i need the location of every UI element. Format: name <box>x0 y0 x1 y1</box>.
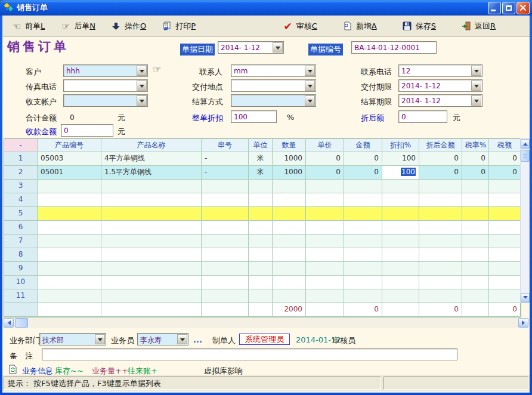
grid-cell-num[interactable]: 9 <box>4 262 38 276</box>
settle-method-select[interactable] <box>231 94 316 107</box>
grid-cell-discount[interactable] <box>382 262 419 276</box>
grid-cell-amount[interactable] <box>344 180 382 193</box>
grid-cell-tax_rate[interactable] <box>462 289 489 303</box>
grid-cell-disc_amount[interactable] <box>419 180 462 193</box>
grid-cell-code[interactable] <box>38 289 101 303</box>
grid-cell-serial[interactable]: - <box>202 166 249 180</box>
grid-cell-amount[interactable] <box>344 262 382 276</box>
contact-select[interactable]: mm <box>231 64 316 77</box>
table-row[interactable]: 7 <box>4 234 521 248</box>
grid-cell-qty[interactable] <box>273 289 306 303</box>
table-row[interactable]: 4 <box>4 193 521 207</box>
grid-cell-name[interactable] <box>101 207 202 221</box>
grid-cell-code[interactable] <box>38 193 101 207</box>
grid-cell-price[interactable]: 0 <box>306 166 344 180</box>
grid-cell-unit[interactable] <box>249 248 273 262</box>
grid-cell-disc_amount[interactable] <box>419 207 462 221</box>
grid-cell-discount[interactable] <box>382 276 419 289</box>
table-row[interactable]: 3 <box>4 180 521 193</box>
grid-cell-num[interactable]: 7 <box>4 234 38 248</box>
grid-cell-serial[interactable] <box>202 221 249 234</box>
discounted-input[interactable]: 0 <box>398 110 447 123</box>
grid-cell-unit[interactable] <box>249 276 273 289</box>
grid-cell-price[interactable] <box>306 193 344 207</box>
scroll-right-button[interactable] <box>518 318 528 328</box>
grid-cell-num[interactable]: 11 <box>4 289 38 303</box>
doc-date-select[interactable]: 2014- 1-12 <box>218 41 284 54</box>
grid-cell-tax[interactable] <box>489 207 521 221</box>
grid-cell-qty[interactable] <box>273 276 306 289</box>
grid-cell-num[interactable]: 8 <box>4 248 38 262</box>
grid-cell-unit[interactable]: 米 <box>249 166 273 180</box>
grid-cell-name[interactable] <box>101 234 202 248</box>
grid-cell-disc_amount[interactable] <box>419 248 462 262</box>
phone-select[interactable]: 12 <box>398 64 482 77</box>
settle-term-select[interactable]: 2014- 1-12 <box>398 94 482 107</box>
table-row[interactable]: 5 <box>4 207 521 221</box>
delivery-term-select[interactable]: 2014- 1-12 <box>398 79 482 92</box>
grid-cell-code[interactable] <box>38 276 101 289</box>
scroll-left-button[interactable] <box>4 318 14 328</box>
grid-cell-tax[interactable]: 0 <box>489 152 521 166</box>
return-button[interactable]: 返回R <box>458 19 499 33</box>
table-row[interactable]: 2050011.5平方单铜线-米100000100000 <box>4 166 521 180</box>
grid-cell-amount[interactable] <box>344 248 382 262</box>
title-bar[interactable]: 销售订单 <box>0 0 532 16</box>
table-row[interactable]: 8 <box>4 248 521 262</box>
grid-cell-disc_amount[interactable] <box>419 262 462 276</box>
grid-cell-amount[interactable] <box>344 207 382 221</box>
grid-cell-discount[interactable]: 100 <box>382 166 419 180</box>
grid-cell-unit[interactable] <box>249 221 273 234</box>
grid-cell-discount[interactable] <box>382 289 419 303</box>
grid-cell-unit[interactable] <box>249 207 273 221</box>
grid-cell-qty[interactable] <box>273 221 306 234</box>
account-select[interactable] <box>63 94 148 107</box>
grid-cell-code[interactable] <box>38 248 101 262</box>
grid-cell-tax[interactable]: 0 <box>489 166 521 180</box>
table-row[interactable]: 10 <box>4 276 521 289</box>
grid-cell-price[interactable]: 0 <box>306 152 344 166</box>
dropdown-arrow-icon[interactable] <box>177 334 187 344</box>
grid-cell-serial[interactable] <box>202 262 249 276</box>
grid-cell-code[interactable] <box>38 234 101 248</box>
grid-cell-unit[interactable] <box>249 193 273 207</box>
grid-cell-disc_amount[interactable]: 0 <box>419 166 462 180</box>
grid-cell-price[interactable] <box>306 248 344 262</box>
grid-cell-amount[interactable] <box>344 221 382 234</box>
grid-cell-amount[interactable] <box>344 193 382 207</box>
grid-cell-tax_rate[interactable] <box>462 262 489 276</box>
grid-cell-num[interactable]: 5 <box>4 207 38 221</box>
vertical-scrollbar[interactable] <box>520 138 530 303</box>
hscroll-thumb[interactable] <box>15 318 28 328</box>
grid-cell-disc_amount[interactable] <box>419 276 462 289</box>
grid-cell-unit[interactable] <box>249 234 273 248</box>
grid-cell-serial[interactable] <box>202 234 249 248</box>
table-row[interactable]: 11 <box>4 289 521 303</box>
table-row[interactable]: 9 <box>4 262 521 276</box>
grid-cell-amount[interactable]: 0 <box>344 152 382 166</box>
grid-cell-qty[interactable] <box>273 234 306 248</box>
new-button[interactable]: 新增A <box>339 19 380 33</box>
save-button[interactable]: 保存S <box>399 19 439 33</box>
grid-cell-disc_amount[interactable] <box>419 289 462 303</box>
grid-cell-serial[interactable] <box>202 248 249 262</box>
grid-cell-unit[interactable]: 米 <box>249 152 273 166</box>
received-input[interactable]: 0 <box>61 124 113 137</box>
grid-cell-price[interactable] <box>306 180 344 193</box>
grid-cell-unit[interactable] <box>249 180 273 193</box>
grid-cell-price[interactable] <box>306 221 344 234</box>
grid-cell-name[interactable] <box>101 276 202 289</box>
grid-cell-num[interactable]: 3 <box>4 180 38 193</box>
grid-cell-unit[interactable] <box>249 289 273 303</box>
grid-cell-qty[interactable] <box>273 207 306 221</box>
grid-cell-amount[interactable] <box>344 289 382 303</box>
pointing-hand-icon[interactable]: ☞ <box>153 64 161 75</box>
salesman-select[interactable]: 李永寿 <box>137 333 188 345</box>
grid-cell-amount[interactable] <box>344 276 382 289</box>
grid-cell-tax[interactable] <box>489 193 521 207</box>
grid-cell-code[interactable] <box>38 180 101 193</box>
grid-cell-name[interactable] <box>101 262 202 276</box>
grid-cell-tax_rate[interactable]: 0 <box>462 166 489 180</box>
grid-cell-price[interactable] <box>306 289 344 303</box>
grid-cell-tax[interactable] <box>489 248 521 262</box>
